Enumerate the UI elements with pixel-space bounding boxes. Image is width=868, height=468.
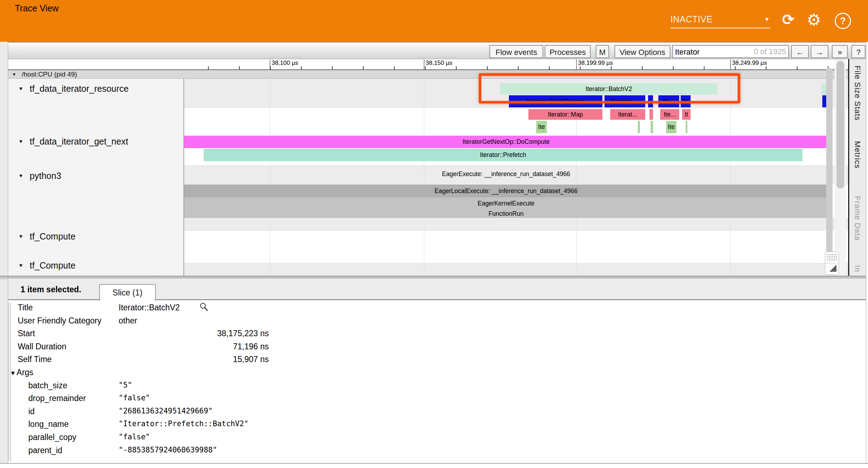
gripper-triangle-icon bbox=[829, 265, 836, 272]
panel-divider[interactable] bbox=[0, 276, 868, 279]
detail-row-value: other bbox=[119, 316, 269, 327]
trace-event-iteratorgetnextop-docompute[interactable]: IteratorGetNextOp::DoCompute bbox=[184, 136, 828, 148]
toolbar-button-view-options[interactable]: View Options bbox=[614, 45, 670, 58]
search-result-count: 0 of 1925 bbox=[754, 46, 786, 57]
trace-event-iterat[interactable]: Iterat... bbox=[610, 109, 645, 120]
detail-row-value: 71,196 ns bbox=[119, 342, 269, 353]
page-title: Trace View bbox=[15, 3, 59, 13]
arg-row-label: drop_remainder bbox=[28, 394, 86, 404]
trace-event-ite[interactable]: Ite bbox=[666, 121, 676, 133]
arg-row-label: parent_id bbox=[28, 446, 62, 456]
selection-summary: 1 item selected. bbox=[21, 285, 81, 294]
detail-row-value: 38,175,223 ns bbox=[119, 329, 269, 339]
detail-row-value: Iterator::BatchV2 bbox=[119, 303, 269, 314]
toolbar-button-m[interactable]: M bbox=[596, 45, 609, 58]
gear-icon[interactable]: ⚙ bbox=[803, 9, 824, 30]
sidebar-tab-metrics[interactable]: Metrics bbox=[853, 141, 862, 169]
page-bottom-margin bbox=[0, 464, 868, 468]
trace-event-ite[interactable]: Ite... bbox=[660, 109, 679, 120]
detail-row-label: User Friendly Category bbox=[18, 316, 101, 327]
collapse-triangle-icon: ▼ bbox=[18, 173, 23, 179]
trace-viewer-app: INACTIVE ▾ ⟳ ⚙ ? Trace View 0 of 1925 38… bbox=[0, 0, 868, 468]
ruler-tick-label: 38,199.99 µs bbox=[576, 60, 613, 69]
args-section-header[interactable]: ▼Args bbox=[10, 368, 33, 377]
collapse-triangle-icon: ▼ bbox=[18, 139, 23, 144]
search-box: 0 of 1925 bbox=[672, 45, 789, 58]
sidebar-item-tf_data_iterator_resource[interactable]: ▼tf_data_iterator_resource bbox=[18, 84, 129, 94]
sidebar-item-python3[interactable]: ▼python3 bbox=[18, 171, 61, 181]
row-stripe bbox=[184, 218, 848, 231]
sidebar-tab-frame-data[interactable]: Frame Data bbox=[853, 196, 862, 241]
search-nav-button-0[interactable]: ← bbox=[791, 45, 809, 58]
trace-canvas[interactable]: Iterator::BatchV2Iterator::FiniteRepeatI… bbox=[184, 79, 848, 276]
collapse-triangle-icon: ▼ bbox=[12, 72, 16, 77]
arg-row-value: "Iterator::Prefetch::BatchV2" bbox=[119, 419, 269, 430]
sidebar-tab-in[interactable]: In bbox=[853, 265, 862, 272]
track-label: tf_Compute bbox=[30, 231, 75, 241]
trace-event-eagerexecute-inference-run-dataset-4966[interactable]: EagerExecute: __inference_run_dataset_49… bbox=[184, 167, 828, 181]
trace-event-it[interactable]: It bbox=[682, 109, 691, 120]
trace-event-functionrun[interactable]: FunctionRun bbox=[184, 209, 828, 218]
collapse-triangle-icon: ▼ bbox=[18, 86, 23, 91]
status-dropdown[interactable]: INACTIVE ▾ bbox=[670, 11, 770, 28]
sidebar-item-tf_data_iterator_get_next[interactable]: ▼tf_data_iterator_get_next bbox=[18, 136, 128, 147]
ruler-tick-label: 38,150 µs bbox=[424, 60, 452, 69]
search-nav-button-2[interactable]: » bbox=[832, 45, 848, 58]
vertical-scrollbar-thumb[interactable] bbox=[836, 61, 844, 188]
right-sidebar: File Size StatsMetricsFrame DataIn bbox=[848, 59, 866, 276]
magnifier-icon[interactable] bbox=[199, 302, 208, 313]
trace-event[interactable] bbox=[651, 121, 653, 133]
trace-event-ite[interactable]: Ite bbox=[536, 121, 547, 133]
trace-event[interactable] bbox=[649, 109, 653, 120]
track-label: tf_data_iterator_get_next bbox=[30, 136, 128, 146]
trace-event-eagerkernelexecute[interactable]: EagerKernelExecute bbox=[184, 198, 828, 208]
args-header-label: Args bbox=[17, 368, 33, 377]
ruler-tick-label: 38,249.99 µs bbox=[730, 60, 767, 69]
sidebar-item-tf_Compute[interactable]: ▼tf_Compute bbox=[18, 231, 75, 242]
help-icon[interactable]: ? bbox=[835, 13, 851, 29]
arg-row-label: parallel_copy bbox=[28, 433, 76, 443]
app-header-bar: INACTIVE ▾ ⟳ ⚙ ? bbox=[0, 0, 868, 42]
row-stripe bbox=[184, 263, 848, 276]
details-tabbar: 1 item selected. Slice (1) bbox=[8, 280, 866, 300]
arg-row-value: "5" bbox=[119, 381, 269, 391]
collapse-triangle-icon: ▼ bbox=[18, 263, 23, 268]
trace-event-iterator-prefetch[interactable]: Iterator::Prefetch bbox=[204, 149, 802, 161]
details-panel: 1 item selected. Slice (1) TitleIterator… bbox=[8, 279, 866, 463]
trace-event[interactable] bbox=[638, 121, 640, 133]
search-nav-button-1[interactable]: → bbox=[811, 45, 828, 58]
trace-event[interactable] bbox=[686, 121, 687, 133]
refresh-icon[interactable]: ⟳ bbox=[778, 9, 799, 30]
gripper-dots-icon bbox=[827, 254, 837, 261]
page-right-margin bbox=[866, 42, 868, 463]
details-scrollbar[interactable] bbox=[8, 303, 11, 461]
chevron-down-icon: ▾ bbox=[765, 11, 769, 28]
sidebar-tab-file-size-stats[interactable]: File Size Stats bbox=[853, 66, 862, 121]
ruler-tick-label: 38,100 µs bbox=[270, 60, 298, 69]
arg-row-label: id bbox=[28, 407, 35, 417]
track-scrollbar-thumb[interactable] bbox=[826, 68, 833, 272]
detail-row-label: Start bbox=[18, 329, 35, 339]
trace-event-eagerlocalexecute-inference-run-dataset-4966[interactable]: EagerLocalExecute: __inference_run_datas… bbox=[184, 185, 828, 197]
process-group-label: /host:CPU (pid 49) bbox=[22, 71, 77, 78]
status-dropdown-value: INACTIVE bbox=[670, 14, 713, 24]
search-nav-button-3[interactable]: ? bbox=[851, 45, 866, 58]
time-ruler: 38,100 µs38,150 µs38,199.99 µs38,249.99 … bbox=[8, 59, 866, 70]
collapse-triangle-icon: ▼ bbox=[10, 370, 16, 377]
trace-event-iterator-map[interactable]: Iterator::Map bbox=[528, 109, 602, 120]
track-label: tf_data_iterator_resource bbox=[30, 84, 129, 94]
arg-row-value: "-8853857924060639988" bbox=[119, 446, 269, 456]
detail-row-label: Self Time bbox=[18, 355, 52, 365]
toolbar-button-processes[interactable]: Processes bbox=[545, 45, 591, 58]
sidebar-item-tf_Compute[interactable]: ▼tf_Compute bbox=[18, 260, 75, 271]
track-label: tf_Compute bbox=[30, 260, 75, 270]
detail-row-value: 15,907 ns bbox=[119, 355, 269, 365]
detail-row-label: Wall Duration bbox=[18, 342, 66, 353]
arg-row-value: "false" bbox=[119, 394, 269, 404]
search-input[interactable] bbox=[673, 46, 761, 58]
arg-row-value: "2686136324951429669" bbox=[119, 407, 269, 417]
resize-gripper[interactable] bbox=[825, 252, 839, 275]
tab-slice[interactable]: Slice (1) bbox=[99, 284, 156, 301]
arg-row-label: batch_size bbox=[28, 381, 67, 391]
toolbar-button-flow-events[interactable]: Flow events bbox=[489, 45, 543, 58]
